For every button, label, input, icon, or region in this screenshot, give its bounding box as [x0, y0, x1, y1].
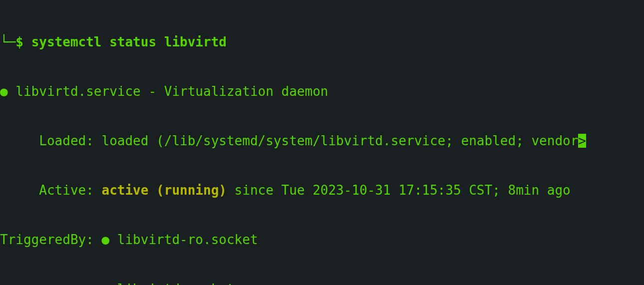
active-line: Active: active (running) since Tue 2023-… — [0, 182, 644, 199]
triggered-item-1: libvirtd-ro.socket — [117, 232, 258, 248]
triggered-item-2: libvirtd.socket — [117, 281, 235, 285]
loaded-value: loaded (/lib/systemd/system/libvirtd.ser… — [102, 133, 579, 149]
triggered-line-2: ● libvirtd.socket — [0, 281, 644, 285]
service-name — [8, 83, 16, 100]
loaded-line: Loaded: loaded (/lib/systemd/system/libv… — [0, 133, 644, 149]
active-label: Active: — [0, 182, 102, 199]
command-line: └─$ systemctl status libvirtd — [0, 34, 644, 50]
service-line: ● libvirtd.service - Virtualization daem… — [0, 83, 644, 100]
continuation-indicator: > — [578, 134, 586, 148]
prompt-branch: └─ — [0, 34, 15, 50]
service-name-text: libvirtd.service - Virtualization daemon — [15, 83, 328, 100]
terminal-output: └─$ systemctl status libvirtd ● libvirtd… — [0, 0, 644, 285]
active-status: active (running) — [102, 182, 227, 199]
bullet-icon: ● — [102, 232, 117, 248]
triggered-label: TriggeredBy: — [0, 232, 102, 248]
command-text: systemctl status libvirtd — [31, 34, 227, 50]
bullet-icon: ● — [102, 281, 117, 285]
loaded-label: Loaded: — [0, 133, 102, 149]
prompt-symbol: $ — [15, 34, 31, 50]
indent — [0, 281, 102, 285]
triggered-line-1: TriggeredBy: ● libvirtd-ro.socket — [0, 232, 644, 248]
active-since: since Tue 2023-10-31 17:15:35 CST; 8min … — [227, 182, 571, 199]
status-bullet-icon: ● — [0, 83, 8, 100]
